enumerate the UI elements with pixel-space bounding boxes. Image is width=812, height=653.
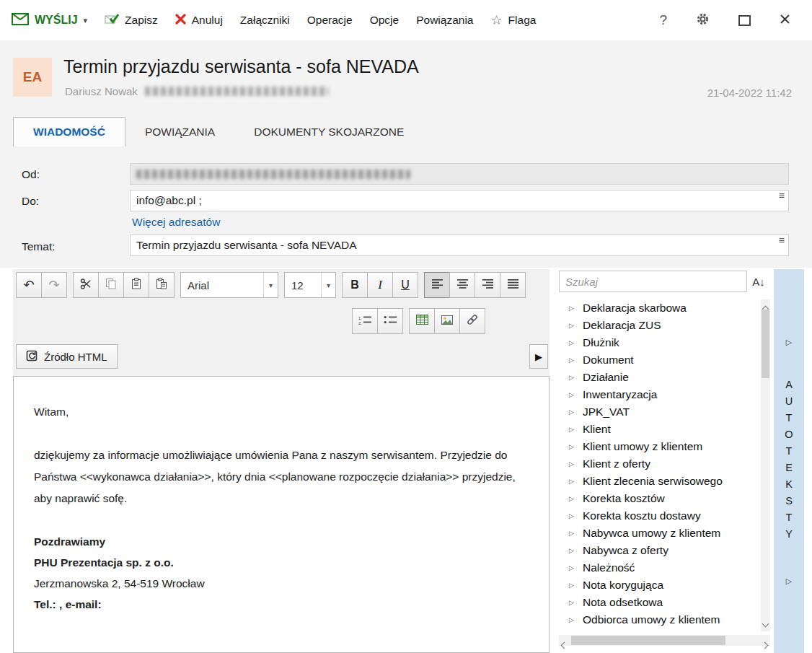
align-justify-button[interactable] — [500, 272, 526, 298]
collapse-panel-button[interactable]: ▶ — [529, 344, 548, 369]
vertical-scroll-thumb[interactable] — [762, 310, 769, 378]
autotext-item[interactable]: ▷ Odbiorca umowy z klientem — [559, 611, 760, 628]
autotext-item[interactable]: ▷ Nabywca z oferty — [559, 542, 760, 559]
expand-triangle-icon[interactable]: ▷ — [569, 460, 576, 468]
expand-triangle-icon[interactable]: ▷ — [569, 495, 576, 502]
options-button[interactable]: Opcje — [370, 14, 400, 27]
cut-button[interactable] — [73, 272, 99, 298]
undo-icon: ↶ — [23, 279, 34, 292]
attachments-button[interactable]: Załączniki — [240, 14, 290, 27]
expand-triangle-icon[interactable]: ▷ — [569, 443, 576, 450]
italic-button[interactable]: I — [367, 272, 393, 298]
tab-linked-documents[interactable]: DOKUMENTY SKOJARZONE — [234, 117, 423, 146]
horizontal-scrollbar[interactable] — [559, 635, 770, 646]
autotext-item[interactable]: ▷ Korekta kosztów — [559, 490, 760, 507]
expand-triangle-icon[interactable]: ▷ — [569, 374, 576, 381]
autotext-item[interactable]: ▷ Korekta kosztu dostawy — [559, 507, 760, 525]
expand-triangle-icon[interactable]: ▷ — [569, 564, 576, 571]
autotext-item[interactable]: ▷ Nota korygująca — [559, 577, 760, 594]
italic-label: I — [378, 278, 382, 292]
autotext-item[interactable]: ▷ Działanie — [559, 369, 760, 386]
expand-triangle-icon[interactable]: ▷ — [569, 547, 576, 554]
expand-triangle-icon[interactable]: ▷ — [569, 322, 576, 329]
email-window: WYŚLIJ ▾ Zapisz Anuluj Załączniki Operac… — [0, 0, 812, 653]
bold-button[interactable]: B — [342, 272, 368, 298]
tab-relations[interactable]: POWIĄZANIA — [125, 117, 234, 146]
underline-button[interactable]: U — [392, 272, 418, 298]
flag-button[interactable]: ☆ Flaga — [490, 14, 536, 27]
autotext-item[interactable]: ▷ Inwentaryzacja — [559, 386, 760, 403]
expand-triangle-icon[interactable]: ▷ — [569, 478, 576, 485]
redo-button[interactable]: ↷ — [41, 272, 67, 298]
html-source-button[interactable]: Źródło HTML — [16, 344, 118, 369]
expand-triangle-icon[interactable]: ▷ — [569, 391, 576, 398]
expand-triangle-icon[interactable]: ▷ — [569, 530, 576, 537]
expand-triangle-icon[interactable]: ▷ — [569, 408, 576, 416]
maximize-button[interactable] — [738, 15, 751, 26]
chevron-down-icon[interactable]: ▾ — [84, 16, 88, 25]
autotext-item[interactable]: ▷ Klient zlecenia serwisowego — [559, 473, 760, 490]
subject-input[interactable] — [130, 235, 789, 256]
search-input[interactable] — [559, 271, 747, 292]
cancel-button[interactable]: Anuluj — [175, 14, 223, 27]
autotext-item[interactable]: ▷ Deklaracja skarbowa — [559, 299, 760, 317]
autotext-item[interactable]: ▷ JPK_VAT — [559, 403, 760, 421]
expand-triangle-icon[interactable]: ▷ — [569, 304, 576, 312]
paste-special-button[interactable] — [149, 272, 175, 298]
expand-triangle-icon[interactable]: ▷ — [569, 512, 576, 520]
align-left-button[interactable] — [424, 272, 450, 298]
horizontal-scroll-thumb[interactable] — [571, 636, 725, 645]
settings-gear-icon[interactable] — [696, 12, 710, 29]
autotext-item[interactable]: ▷ Klient z oferty — [559, 455, 760, 473]
save-button[interactable]: Zapisz — [105, 13, 158, 27]
copy-button[interactable] — [98, 272, 124, 298]
vertical-scrollbar[interactable] — [761, 299, 770, 631]
autotext-item[interactable]: ▷ Dłużnik — [559, 334, 760, 351]
expand-triangle-icon[interactable]: ▷ — [569, 426, 576, 433]
save-check-icon — [105, 13, 119, 27]
more-recipients-link[interactable]: Więcej adresatów — [132, 216, 220, 229]
align-right-button[interactable] — [475, 272, 500, 298]
tab-message[interactable]: WIADOMOŚĆ — [13, 117, 125, 147]
paste-button[interactable] — [123, 272, 149, 298]
expand-triangle-icon[interactable]: ▷ — [569, 582, 576, 589]
autotext-item[interactable]: ▷ Należność — [559, 559, 760, 577]
align-center-button[interactable] — [449, 272, 475, 298]
bullet-list-button[interactable] — [377, 308, 403, 334]
insert-table-button[interactable] — [409, 308, 435, 334]
relations-button[interactable]: Powiązania — [416, 14, 473, 27]
send-button[interactable]: WYŚLIJ ▾ — [12, 13, 87, 28]
insert-link-button[interactable] — [459, 308, 485, 334]
close-button[interactable] — [780, 14, 790, 27]
insert-image-button[interactable] — [434, 308, 460, 334]
signature-contact: Tel.: , e-mail: — [34, 594, 527, 615]
expand-triangle-icon[interactable]: ▷ — [569, 356, 576, 364]
font-size-select[interactable]: 12 ▾ — [284, 272, 336, 298]
expand-triangle-icon[interactable]: ▷ — [569, 339, 576, 346]
expand-triangle-icon[interactable]: ▷ — [569, 599, 576, 606]
autotext-item[interactable]: ▷ Deklaracja ZUS — [559, 317, 760, 334]
autotext-strip-toggle[interactable]: ▷ AUTOTEKSTY ▷ — [774, 269, 804, 653]
operations-button[interactable]: Operacje — [307, 14, 353, 27]
numbered-list-button[interactable]: 1.2. — [352, 308, 378, 334]
subject-field-menu-icon[interactable]: ≡ — [779, 235, 785, 245]
undo-button[interactable]: ↶ — [16, 272, 42, 298]
scroll-left-arrow-icon[interactable] — [562, 638, 567, 651]
autotext-item[interactable]: ▷ Nabywca umowy z klientem — [559, 525, 760, 542]
help-button[interactable]: ? — [659, 12, 667, 28]
autotext-item[interactable]: ▷ Klient umowy z klientem — [559, 438, 760, 455]
scroll-right-arrow-icon[interactable] — [762, 638, 767, 651]
sort-az-icon[interactable]: A↓ — [747, 276, 770, 288]
to-field-menu-icon[interactable]: ≡ — [779, 190, 785, 201]
autotext-item[interactable]: ▷ Nota odsetkowa — [559, 594, 760, 611]
message-body-editor[interactable]: Witam, dziękujemy za informacje umożliwi… — [13, 376, 550, 653]
expand-triangle-icon[interactable]: ▷ — [569, 616, 576, 623]
font-family-select[interactable]: Arial ▾ — [180, 272, 278, 298]
autotext-item[interactable]: ▷ Klient — [559, 421, 760, 438]
window-controls: ? — [659, 12, 800, 29]
autotext-item-label: Korekta kosztów — [583, 492, 665, 505]
autotext-item[interactable]: ▷ Dokument — [559, 351, 760, 369]
autotext-item-label: JPK_VAT — [583, 406, 630, 418]
to-input[interactable] — [130, 190, 789, 211]
scroll-down-arrow-icon[interactable] — [763, 616, 768, 629]
